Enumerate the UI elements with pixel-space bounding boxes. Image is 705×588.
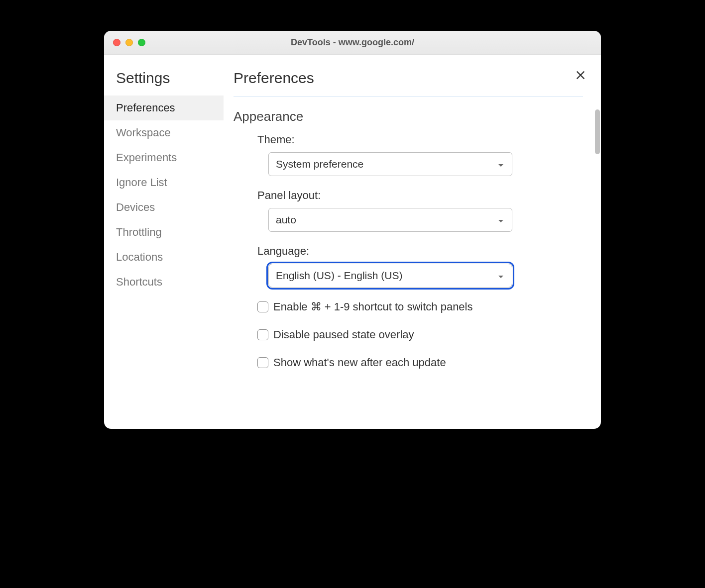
window-minimize-button[interactable] xyxy=(125,39,133,46)
sidebar-item-experiments[interactable]: Experiments xyxy=(104,145,224,170)
window-maximize-button[interactable] xyxy=(138,39,145,46)
theme-select[interactable]: System preference xyxy=(268,152,512,176)
chevron-down-icon xyxy=(498,158,504,170)
chevron-down-icon xyxy=(498,214,504,226)
sidebar-item-label: Experiments xyxy=(116,151,177,164)
setting-panel-layout: Panel layout: auto xyxy=(257,189,583,232)
checkbox-label: Enable ⌘ + 1-9 shortcut to switch panels xyxy=(273,300,473,313)
sidebar-item-label: Ignore List xyxy=(116,176,167,189)
settings-sidebar: Settings Preferences Workspace Experimen… xyxy=(104,55,224,429)
sidebar-item-shortcuts[interactable]: Shortcuts xyxy=(104,270,224,294)
window-close-button[interactable] xyxy=(113,39,120,46)
window-title: DevTools - www.google.com/ xyxy=(104,37,601,48)
chevron-down-icon xyxy=(498,270,504,282)
panel-layout-select[interactable]: auto xyxy=(268,208,512,232)
checkbox-input[interactable] xyxy=(257,301,268,312)
language-select-value: English (US) - English (US) xyxy=(276,270,402,282)
setting-theme: Theme: System preference xyxy=(257,133,583,176)
theme-select-wrap: System preference xyxy=(268,152,512,176)
page-title: Preferences xyxy=(234,70,583,97)
checkbox-enable-shortcut[interactable]: Enable ⌘ + 1-9 shortcut to switch panels xyxy=(257,300,583,313)
checkbox-label: Show what's new after each update xyxy=(273,356,446,369)
sidebar-item-workspace[interactable]: Workspace xyxy=(104,120,224,145)
scrollbar-thumb[interactable] xyxy=(595,109,600,154)
checkbox-disable-paused-overlay[interactable]: Disable paused state overlay xyxy=(257,328,583,341)
checkbox-show-whats-new[interactable]: Show what's new after each update xyxy=(257,356,583,369)
main-panel: Preferences Appearance Theme: System pre… xyxy=(224,55,601,429)
sidebar-item-ignore-list[interactable]: Ignore List xyxy=(104,170,224,195)
language-select-wrap: English (US) - English (US) xyxy=(268,264,512,288)
sidebar-item-locations[interactable]: Locations xyxy=(104,245,224,270)
sidebar-item-label: Locations xyxy=(116,251,163,263)
checkbox-label: Disable paused state overlay xyxy=(273,328,414,341)
content-area: Settings Preferences Workspace Experimen… xyxy=(104,55,601,429)
checkbox-input[interactable] xyxy=(257,357,268,368)
devtools-settings-window: DevTools - www.google.com/ Settings Pref… xyxy=(104,31,601,429)
traffic-lights xyxy=(113,39,145,46)
close-icon xyxy=(575,70,586,81)
theme-label: Theme: xyxy=(257,133,583,146)
panel-layout-select-wrap: auto xyxy=(268,208,512,232)
section-title-appearance: Appearance xyxy=(234,109,583,124)
sidebar-item-label: Shortcuts xyxy=(116,276,162,288)
language-select[interactable]: English (US) - English (US) xyxy=(268,264,512,288)
theme-select-value: System preference xyxy=(276,158,363,170)
sidebar-item-label: Throttling xyxy=(116,226,162,238)
language-label: Language: xyxy=(257,245,583,258)
checkbox-input[interactable] xyxy=(257,329,268,340)
sidebar-item-preferences[interactable]: Preferences xyxy=(104,96,224,120)
sidebar-item-devices[interactable]: Devices xyxy=(104,195,224,220)
panel-layout-select-value: auto xyxy=(276,214,296,226)
sidebar-item-label: Workspace xyxy=(116,126,171,139)
sidebar-item-label: Preferences xyxy=(116,101,175,114)
window-titlebar: DevTools - www.google.com/ xyxy=(104,31,601,55)
setting-language: Language: English (US) - English (US) xyxy=(257,245,583,288)
sidebar-title: Settings xyxy=(104,70,224,96)
panel-layout-label: Panel layout: xyxy=(257,189,583,202)
close-settings-button[interactable] xyxy=(575,70,586,83)
sidebar-item-throttling[interactable]: Throttling xyxy=(104,220,224,245)
sidebar-item-label: Devices xyxy=(116,201,155,213)
